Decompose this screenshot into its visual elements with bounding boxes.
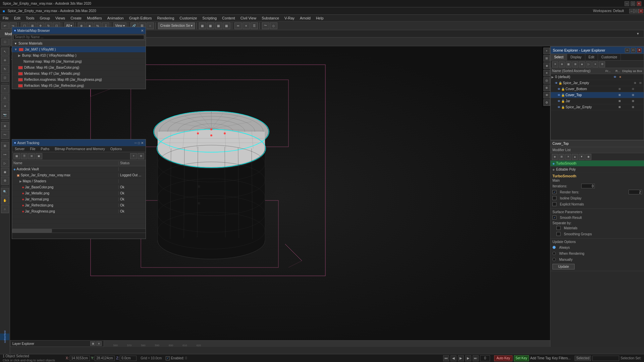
enabled-checkbox[interactable]: ✓ (166, 356, 170, 360)
le-render-sje2[interactable]: ⊟ (623, 106, 643, 109)
ts-update-button[interactable]: Update (552, 264, 575, 269)
le-icon-4[interactable]: ⊞ (572, 61, 578, 67)
le-icon-cb[interactable]: ⊞ (616, 87, 623, 90)
ts-isoline-check[interactable] (552, 196, 556, 200)
at-row-maxfile[interactable]: ▣ Spice_Jar_Empty_max_vray.max Logged Ou… (12, 172, 146, 178)
menu-views[interactable]: Views (53, 15, 68, 21)
pb-start[interactable]: ⏮ (443, 355, 449, 361)
le-row-spice-empty[interactable]: 👁 🔒 Spice_Jar_Empty ⊞ ⊟ (551, 80, 644, 86)
le-icon-sje2[interactable]: ⊞ (616, 106, 623, 109)
le-row-jar[interactable]: 👁 🔒 Jar ⊞ ⊟ (551, 98, 644, 104)
at-btn-4[interactable]: ▣ (36, 153, 42, 159)
mat-item-roughness[interactable]: Reflection.roughness: Map #8 (Jar_Roughn… (12, 77, 146, 83)
mat-item-jar-mat[interactable]: ▼ Jar_MAT ( VRayMtl ) (12, 47, 146, 53)
pb-prev[interactable]: ◀ (450, 355, 457, 361)
at-menu-file[interactable]: File (27, 147, 38, 151)
lt-motion[interactable]: ▷ (1, 159, 9, 167)
named-sel-4[interactable]: ▦ (223, 22, 230, 29)
le-icon-jar[interactable]: ⊞ (616, 100, 623, 103)
le-icon-6[interactable]: ▷ (586, 61, 592, 67)
at-row-metallic[interactable]: ■ Jar_Metallic.png Ok (12, 190, 146, 196)
le-eye-0[interactable]: 👁 (612, 75, 618, 79)
mat-browser-close[interactable]: ✕ (141, 29, 144, 33)
ts-iterations-input[interactable] (581, 184, 595, 188)
lt-orbit[interactable]: ○ (1, 205, 9, 213)
mat-item-refraction[interactable]: Refraction: Map #5 (Jar_Refrection.png) (12, 83, 146, 89)
le-maximize[interactable]: □ (631, 48, 636, 53)
le-tab-select[interactable]: Select (551, 54, 567, 60)
tab-extra-options[interactable]: ▾ (632, 30, 644, 37)
named-sel-1[interactable]: ▦ (199, 22, 206, 29)
at-minimize[interactable]: ─ (135, 141, 137, 145)
at-row-normal[interactable]: ■ Jar_Normal.png Ok (12, 196, 146, 202)
at-menu-server[interactable]: Server (12, 147, 27, 151)
at-menu-bitmap[interactable]: Bitmap Performance and Memory (52, 147, 108, 151)
vp-icon-camera[interactable]: ◎ (543, 77, 550, 84)
lt-move[interactable]: ✛ (1, 56, 9, 64)
layer-manager[interactable]: ☰ (251, 22, 258, 29)
lt-select[interactable]: ↖ (1, 48, 9, 56)
lt-modify[interactable]: ⊞ (1, 142, 9, 150)
minimize-button[interactable]: ─ (625, 1, 629, 6)
at-scrollbar[interactable] (12, 229, 146, 233)
lt-display[interactable]: ◉ (1, 168, 9, 176)
menu-substance[interactable]: Substance (259, 15, 282, 21)
menu-group[interactable]: Group (37, 15, 53, 21)
selection-set-input[interactable] (592, 356, 619, 361)
mat-browser-titlebar[interactable]: ■ Material/Map Browser ✕ (12, 27, 146, 34)
ts-explicit-check[interactable] (552, 202, 556, 206)
le-icon-7[interactable]: ≡ (592, 61, 598, 67)
menu-scripting[interactable]: Scripting (200, 15, 219, 21)
le-minimize[interactable]: ─ (625, 48, 630, 53)
le-icon-sje[interactable]: ⊞ (632, 81, 638, 84)
ts-smooth-result-check[interactable]: ✓ (552, 216, 556, 220)
at-row-roughness[interactable]: ■ Jar_Roughness.png Ok (12, 208, 146, 215)
mat-search-input[interactable] (13, 35, 144, 40)
mod-icon-6[interactable]: ◉ (585, 154, 591, 160)
le-row-0default[interactable]: ▶ 0 (default) 👁 ☀ (551, 74, 644, 80)
se-btn-2[interactable]: ≡ (96, 341, 102, 346)
lt-shapes[interactable]: △ (1, 94, 9, 102)
menu-content[interactable]: Content (219, 15, 238, 21)
le-close[interactable]: ✕ (637, 48, 642, 53)
mod-icon-2[interactable]: ⊞ (558, 154, 565, 160)
ts-always-radio[interactable] (552, 246, 556, 249)
le-render-jar[interactable]: ⊟ (623, 100, 643, 103)
at-btn-2[interactable]: ☰ (21, 153, 28, 159)
le-icon-8[interactable]: ⚙ (599, 61, 605, 67)
se-btn-1[interactable]: ⊞ (90, 341, 96, 346)
win-min[interactable]: ─ (629, 9, 634, 13)
le-icon-1[interactable]: ✕ (552, 61, 558, 67)
auto-key-button[interactable]: Auto Key (494, 355, 513, 361)
viewport-right-icons[interactable]: + ⊞ ◈ ☀ ◎ ⊕ 👁 ⚙ (542, 46, 550, 107)
menu-customize[interactable]: Customize (177, 15, 200, 21)
menu-edit[interactable]: Edit (11, 15, 23, 21)
le-render-sje[interactable]: ⊟ (638, 81, 643, 84)
vp-icon-lighting[interactable]: ☀ (543, 70, 550, 76)
asset-tracking-titlebar[interactable]: ■ Asset Tracking ─ □ ✕ (12, 139, 146, 146)
key-filters[interactable]: Key Filters... (552, 356, 571, 360)
at-btn-settings[interactable]: ⚙ (138, 153, 144, 159)
le-render-0[interactable]: ☀ (618, 75, 623, 79)
vp-icon-perspective[interactable]: ⊞ (543, 55, 550, 62)
bind-button[interactable]: ○ (147, 22, 154, 29)
mod-icon-5[interactable]: ▼ (579, 154, 585, 160)
ts-materials-check[interactable] (556, 226, 560, 230)
at-btn-1[interactable]: ▦ (13, 153, 20, 159)
lt-hierarchy[interactable]: ⊶ (1, 150, 9, 159)
create-selection-button[interactable]: Create Selection Se ▾ (158, 22, 195, 29)
menu-tools[interactable]: Tools (23, 15, 37, 21)
at-row-maps-folder[interactable]: ▶ Maps / Shaders (12, 178, 146, 184)
mat-item-bump[interactable]: ▶ Bump: Map #10 ( VRayNormalMap ) (12, 53, 146, 59)
at-row-vault[interactable]: ◈ Autodesk Vault (12, 166, 146, 172)
ts-when-rendering-radio[interactable] (552, 252, 556, 255)
pb-play[interactable]: ▶ (458, 355, 464, 361)
named-sel-2[interactable]: ▦ (207, 22, 214, 29)
menu-modifiers[interactable]: Modifiers (84, 15, 105, 21)
le-icon-3[interactable]: ▦ (566, 61, 572, 67)
mat-item-metalness[interactable]: Metalness: Map #7 (Jar_Metallic.png) (12, 71, 146, 77)
lt-rotate[interactable]: ↻ (1, 65, 9, 73)
at-close[interactable]: ✕ (141, 141, 144, 145)
mod-icon-4[interactable]: ▲ (572, 154, 578, 160)
mat-item-diffuse[interactable]: Diffuse: Map #6 (Jar_BaseColor.png) (12, 65, 146, 71)
